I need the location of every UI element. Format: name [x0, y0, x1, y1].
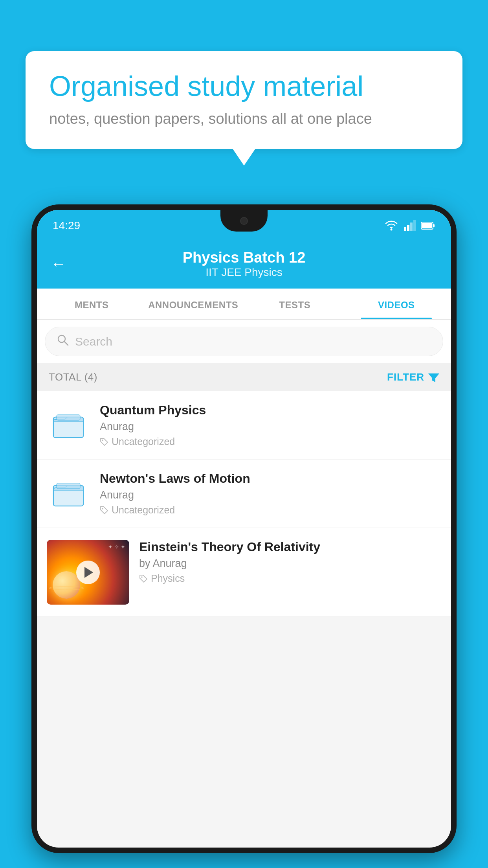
tab-announcements[interactable]: ANNOUNCEMENTS	[143, 289, 244, 319]
svg-rect-1	[404, 227, 406, 231]
search-container: Search	[37, 320, 451, 363]
back-button[interactable]: ←	[51, 255, 66, 273]
video-folder-thumb-1	[47, 408, 90, 443]
svg-rect-12	[53, 419, 83, 438]
video-author-1: Anurag	[100, 421, 441, 433]
svg-line-9	[64, 342, 68, 345]
video-list: Quantum Physics Anurag Uncategorized	[37, 391, 451, 617]
speech-bubble-container: Organised study material notes, question…	[26, 51, 462, 149]
video-title-2: Newton's Laws of Motion	[100, 471, 441, 486]
filter-row: TOTAL (4) FILTER	[37, 363, 451, 391]
phone-frame: 14:29	[31, 204, 457, 853]
video-title-1: Quantum Physics	[100, 403, 441, 417]
status-icons	[384, 220, 435, 231]
svg-rect-16	[53, 488, 83, 506]
tab-tests[interactable]: TESTS	[244, 289, 346, 319]
phone-screen: 14:29	[37, 210, 451, 848]
phone-notch	[220, 210, 268, 232]
signal-icon	[404, 220, 416, 231]
tag-label-3: Physics	[151, 573, 185, 584]
svg-rect-17	[57, 483, 80, 489]
bubble-title: Organised study material	[49, 71, 439, 102]
planet-graphic	[53, 571, 80, 599]
tab-videos[interactable]: VIDEOS	[346, 289, 448, 319]
tag-label-1: Uncategorized	[112, 436, 175, 447]
video-info-3: Einstein's Theory Of Relativity by Anura…	[139, 540, 441, 584]
phone-container: 14:29	[31, 204, 457, 868]
tag-icon	[139, 574, 148, 583]
list-item[interactable]: Quantum Physics Anurag Uncategorized	[37, 391, 451, 460]
video-thumbnail-3	[47, 540, 129, 605]
search-bar[interactable]: Search	[45, 327, 443, 356]
app-header: ← Physics Batch 12 IIT JEE Physics	[37, 241, 451, 289]
video-author-2: Anurag	[100, 489, 441, 501]
tag-icon	[100, 506, 108, 515]
video-tag-1: Uncategorized	[100, 436, 441, 447]
wifi-icon	[384, 220, 398, 231]
filter-label: FILTER	[387, 371, 424, 383]
video-author-3: by Anurag	[139, 557, 441, 570]
svg-rect-7	[422, 223, 432, 228]
svg-point-0	[391, 229, 393, 231]
thumb-background	[47, 540, 129, 605]
svg-point-18	[102, 508, 103, 509]
svg-point-19	[141, 576, 143, 578]
tag-icon	[100, 438, 108, 446]
header-subtitle: IIT JEE Physics	[74, 266, 414, 279]
video-tag-2: Uncategorized	[100, 504, 441, 516]
video-title-3: Einstein's Theory Of Relativity	[139, 540, 441, 554]
video-info-1: Quantum Physics Anurag Uncategorized	[100, 403, 441, 447]
header-title: Physics Batch 12	[74, 249, 414, 266]
video-folder-thumb-2	[47, 476, 90, 511]
filter-icon	[428, 372, 439, 383]
tab-ments[interactable]: MENTS	[41, 289, 143, 319]
battery-icon	[421, 221, 435, 230]
filter-button[interactable]: FILTER	[387, 371, 439, 383]
bubble-subtitle: notes, question papers, solutions all at…	[49, 110, 439, 127]
speech-bubble: Organised study material notes, question…	[26, 51, 462, 149]
svg-rect-4	[413, 220, 416, 231]
play-triangle-icon	[84, 567, 93, 578]
total-count: TOTAL (4)	[49, 371, 97, 383]
header-title-block: Physics Batch 12 IIT JEE Physics	[74, 249, 414, 279]
tag-label-2: Uncategorized	[112, 504, 175, 516]
search-icon	[57, 334, 69, 349]
list-item[interactable]: Einstein's Theory Of Relativity by Anura…	[37, 528, 451, 617]
svg-point-14	[102, 440, 103, 441]
camera	[240, 217, 248, 225]
svg-rect-3	[410, 223, 413, 231]
tabs-bar: MENTS ANNOUNCEMENTS TESTS VIDEOS	[37, 289, 451, 320]
svg-rect-13	[57, 415, 80, 420]
svg-rect-6	[433, 224, 435, 227]
svg-rect-2	[407, 225, 409, 231]
status-time: 14:29	[53, 219, 80, 232]
video-tag-3: Physics	[139, 573, 441, 584]
svg-marker-10	[428, 373, 439, 382]
planet-ring-graphic	[49, 586, 84, 590]
search-placeholder: Search	[75, 335, 112, 348]
play-button[interactable]	[76, 561, 100, 584]
list-item[interactable]: Newton's Laws of Motion Anurag Uncategor…	[37, 460, 451, 528]
video-info-2: Newton's Laws of Motion Anurag Uncategor…	[100, 471, 441, 516]
